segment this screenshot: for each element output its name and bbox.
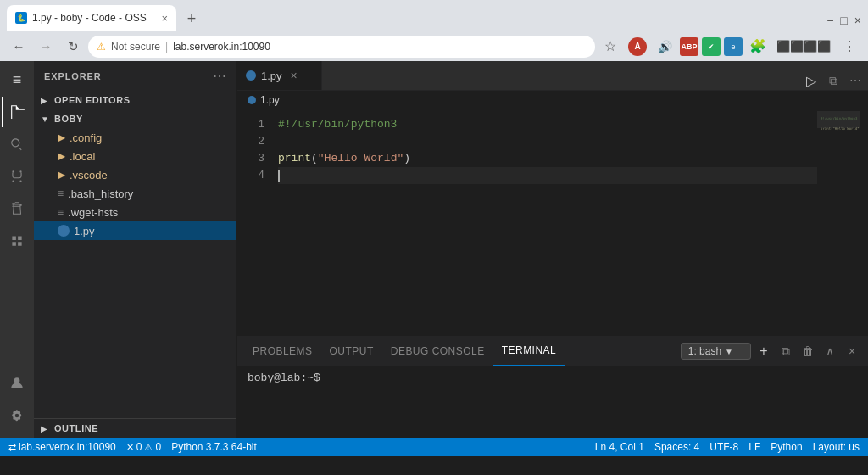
terminal-content[interactable]: boby@lab:~$ — [237, 366, 868, 438]
sidebar-action-buttons: ⋯ — [213, 68, 226, 84]
activity-bar: ≡ — [0, 61, 34, 438]
minimize-button[interactable]: − — [826, 14, 833, 27]
browser-action-audio[interactable]: 🔊 — [653, 35, 676, 59]
open-editors-header[interactable]: ▶ Open Editors — [34, 91, 236, 109]
open-editors-section: ▶ Open Editors — [34, 91, 236, 109]
tab-close-icon[interactable]: × — [161, 12, 168, 25]
add-terminal-icon[interactable]: + — [754, 342, 773, 360]
activity-item-extensions[interactable] — [2, 226, 32, 256]
minimap-thumb — [817, 111, 860, 128]
split-editor-icon[interactable]: ⧉ — [824, 71, 843, 90]
list-item[interactable]: 1.py — [34, 221, 236, 240]
sidebar: Explorer ⋯ ▶ Open Editors ▼ boby ▶ .conf… — [34, 61, 237, 438]
item-label: .vscode — [70, 169, 108, 182]
activity-item-explorer[interactable] — [2, 97, 32, 127]
sidebar-title: Explorer — [44, 71, 102, 81]
ext-adblock-icon[interactable]: ABP — [680, 37, 698, 56]
close-panel-icon[interactable]: × — [843, 342, 861, 360]
status-language[interactable]: Python — [765, 438, 807, 456]
maximize-panel-icon[interactable]: ∧ — [821, 342, 839, 360]
panel-tab-actions: 1: bash ▼ + ⧉ 🗑 ∧ × — [681, 342, 861, 360]
panel-tabs: PROBLEMS OUTPUT DEBUG CONSOLE TERMINAL 1… — [237, 337, 868, 366]
kill-terminal-icon[interactable]: 🗑 — [798, 342, 817, 360]
extensions-menu[interactable]: 🧩 — [746, 35, 770, 59]
item-label: .bash_history — [68, 187, 133, 200]
folder-icon: ▶ — [58, 150, 65, 162]
editor-tabs: 1.py × ▷ ⧉ ⋯ — [237, 61, 868, 91]
vertical-scrollbar[interactable] — [860, 109, 868, 336]
window-controls: − □ × — [826, 14, 861, 27]
minimap: #!/usr/bin/python3 print("Hello World") — [817, 109, 860, 336]
browser-action-star[interactable]: ☆ — [598, 35, 622, 59]
tab-output[interactable]: OUTPUT — [321, 337, 382, 366]
status-git-branch[interactable]: ⇄ lab.serverok.in:10090 — [3, 438, 121, 456]
boby-section: ▼ boby ▶ .config ▶ .local ▶ .vscode ≡ — [34, 109, 236, 240]
list-item[interactable]: ▶ .config — [34, 128, 236, 147]
editor-more-icon[interactable]: ⋯ — [846, 71, 865, 90]
list-item[interactable]: ▶ .local — [34, 147, 236, 165]
forward-button[interactable]: → — [34, 35, 58, 59]
tab-title: 1.py - boby - Code - OSS — [32, 12, 156, 24]
address-box[interactable]: ⚠ Not secure | lab.serverok.in:10090 — [88, 36, 595, 58]
browser-menu[interactable]: ⋮ — [837, 35, 861, 59]
code-content[interactable]: #!/usr/bin/python3 print("Hello World") — [271, 109, 817, 336]
list-item[interactable]: ≡ .wget-hsts — [34, 203, 236, 221]
warning-icon: ⚠ — [144, 442, 153, 453]
boby-label: boby — [54, 114, 83, 124]
close-window-button[interactable]: × — [854, 14, 861, 27]
status-line-ending[interactable]: LF — [743, 438, 765, 456]
activity-item-menu[interactable]: ≡ — [2, 64, 32, 95]
boby-header[interactable]: ▼ boby — [34, 109, 236, 128]
outline-section: ▶ Outline — [34, 418, 236, 438]
back-button[interactable]: ← — [7, 35, 31, 59]
ext-dots[interactable]: ⬛⬛⬛⬛ — [773, 40, 834, 53]
terminal-shell-select[interactable]: 1: bash ▼ — [681, 343, 751, 360]
line-number: 2 — [237, 133, 264, 150]
address-text: lab.serverok.in:10090 — [173, 41, 270, 53]
outline-header[interactable]: ▶ Outline — [34, 419, 236, 438]
browser-tab[interactable]: 🐍 1.py - boby - Code - OSS × — [7, 5, 176, 31]
status-spaces[interactable]: Spaces: 4 — [649, 438, 704, 456]
status-encoding[interactable]: UTF-8 — [704, 438, 743, 456]
new-tab-button[interactable]: + — [180, 7, 203, 31]
chevron-right-icon: ▶ — [41, 424, 51, 433]
status-errors[interactable]: ✕ 0 ⚠ 0 — [121, 438, 166, 456]
tab-terminal[interactable]: TERMINAL — [493, 337, 565, 366]
activity-item-search[interactable] — [2, 129, 32, 159]
tab-filename: 1.py — [261, 70, 282, 82]
folder-icon: ▶ — [58, 131, 65, 143]
encoding-text: UTF-8 — [709, 441, 738, 453]
language-text: Python — [771, 441, 802, 453]
code-editor[interactable]: 1 2 3 4 #!/usr/bin/python3 print("Hello … — [237, 109, 868, 336]
status-ln-col[interactable]: Ln 4, Col 1 — [590, 438, 649, 456]
activity-item-debug[interactable] — [2, 193, 32, 224]
layout-text: Layout: us — [813, 441, 860, 453]
ext-green-icon[interactable]: ✔ — [702, 37, 721, 56]
run-icon[interactable]: ▷ — [802, 71, 821, 90]
avatar-circle: A — [628, 37, 647, 56]
activity-item-settings[interactable] — [2, 400, 32, 431]
browser-action-avatar[interactable]: A — [626, 35, 649, 59]
code-line-3: print("Hello World") — [278, 150, 817, 167]
editor-tab-active[interactable]: 1.py × — [237, 61, 322, 90]
activity-item-git[interactable] — [2, 161, 32, 192]
code-line-1: #!/usr/bin/python3 — [278, 116, 817, 133]
cursor — [278, 170, 280, 182]
tab-problems[interactable]: PROBLEMS — [244, 337, 321, 366]
tab-close-icon[interactable]: × — [291, 69, 298, 82]
item-label: .config — [70, 131, 102, 144]
sidebar-more-icon[interactable]: ⋯ — [213, 68, 226, 84]
ext-blue-icon[interactable]: e — [724, 37, 743, 56]
split-terminal-icon[interactable]: ⧉ — [776, 342, 795, 360]
status-python[interactable]: Python 3.7.3 64-bit — [166, 438, 262, 456]
browser-chrome: 🐍 1.py - boby - Code - OSS × + − □ × — [0, 0, 868, 31]
activity-item-accounts[interactable] — [2, 368, 32, 399]
list-item[interactable]: ≡ .bash_history — [34, 184, 236, 203]
tab-debug-console[interactable]: DEBUG CONSOLE — [382, 337, 493, 366]
status-layout[interactable]: Layout: us — [808, 438, 865, 456]
python-tab-icon — [246, 70, 256, 81]
refresh-button[interactable]: ↻ — [61, 35, 85, 59]
restore-button[interactable]: □ — [840, 14, 847, 27]
terminal-shell-label: 1: bash — [688, 345, 721, 357]
list-item[interactable]: ▶ .vscode — [34, 165, 236, 184]
